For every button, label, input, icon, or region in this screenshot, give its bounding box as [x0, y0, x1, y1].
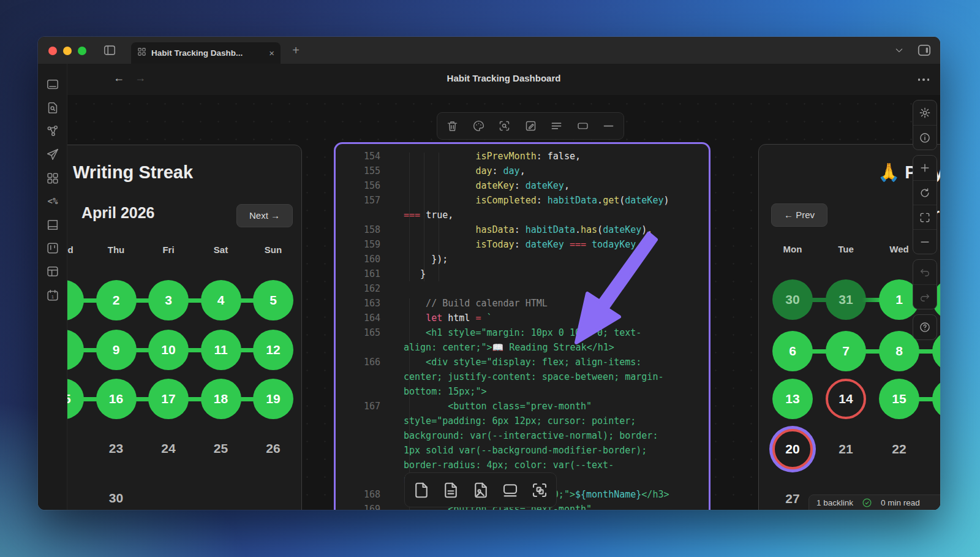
calendar-day[interactable]: 3 [148, 280, 189, 320]
kanban-icon[interactable] [46, 241, 59, 255]
more-options-icon[interactable] [918, 78, 930, 81]
zoom-controls-group [913, 155, 937, 254]
layout-icon[interactable] [46, 265, 59, 278]
close-window-button[interactable] [48, 47, 57, 55]
code-line: 1px solid var(--background-modifier-bord… [336, 443, 709, 458]
canvas[interactable]: Writing Streak April 2026 Next → WedThuF… [67, 95, 940, 510]
tab-close-icon[interactable]: × [269, 48, 274, 58]
reset-view-button[interactable] [913, 180, 937, 205]
new-file-icon[interactable] [412, 481, 431, 499]
info-button[interactable] [913, 125, 937, 150]
calendar-day[interactable]: 6 [772, 331, 813, 371]
calendar-icon[interactable]: 1 [46, 289, 59, 302]
calendar-day[interactable]: 8 [67, 330, 84, 370]
calendar-day[interactable]: 5 [253, 280, 293, 320]
code-line: style="padding: 6px 12px; cursor: pointe… [336, 414, 709, 428]
titlebar: Habit Tracking Dashb... × + [38, 37, 940, 64]
book-icon[interactable] [46, 218, 59, 232]
status-bar: 1 backlink 0 min read [809, 494, 940, 510]
calendar-day[interactable]: 10 [148, 330, 189, 370]
calendar-day[interactable]: 2 [96, 280, 137, 320]
create-toolbar [404, 472, 557, 507]
tab-list-chevron-icon[interactable] [894, 45, 904, 58]
settings-button[interactable] [913, 100, 937, 125]
minimize-window-button[interactable] [63, 47, 72, 55]
dashboard-icon[interactable] [46, 172, 59, 185]
code-line: 163 // Build calendar HTML [336, 296, 709, 311]
code-editor-card[interactable]: 154 isPrevMonth: false,155 day: day,156 … [334, 142, 710, 510]
new-group-icon[interactable] [530, 481, 549, 499]
day-header: Fri [148, 244, 189, 255]
paper-plane-icon[interactable] [46, 148, 59, 161]
app-window: Habit Tracking Dashb... × + ← → Habit Tr… [38, 37, 940, 510]
backlink-count[interactable]: 1 backlink [816, 498, 853, 507]
rectangle-icon[interactable] [576, 119, 589, 132]
code-line: 166 <div style="display: flex; align-ite… [336, 355, 709, 369]
templater-icon[interactable]: <% [46, 194, 59, 208]
toggle-left-sidebar-icon[interactable] [103, 44, 116, 59]
calendar-day[interactable]: 14 [826, 379, 866, 419]
calendar-day[interactable]: 19 [253, 379, 293, 419]
toggle-right-sidebar-icon[interactable] [916, 42, 932, 61]
canvas-tab-icon [137, 47, 146, 59]
code-line: 154 isPrevMonth: false, [336, 149, 709, 164]
calendar-day[interactable]: 31 [826, 279, 866, 320]
code-line: 159 isToday: dateKey === todayKey [336, 237, 709, 252]
palette-icon[interactable] [472, 119, 485, 132]
calendar-day[interactable]: 15 [67, 379, 84, 419]
read-time[interactable]: 0 min read [881, 498, 920, 507]
day-header: Mon [772, 244, 813, 254]
new-note-icon[interactable] [442, 481, 460, 499]
calendar-day: 23 [96, 428, 137, 469]
check-circle-icon [862, 498, 872, 508]
calendar-day[interactable]: 17 [148, 379, 189, 419]
redo-button[interactable] [913, 284, 937, 309]
left-ribbon: <% 1 [38, 64, 67, 510]
code-line: === true, [336, 208, 709, 222]
help-button[interactable] [913, 315, 937, 339]
code-line: align: center;">📖 Reading Streak</h1> [336, 340, 709, 355]
calendar-day[interactable]: 13 [772, 379, 813, 419]
zoom-out-button[interactable] [913, 229, 937, 254]
zoom-window-button[interactable] [78, 47, 86, 55]
calendar-day[interactable]: 9 [96, 330, 137, 370]
calendar-day[interactable]: 4 [201, 280, 241, 320]
calendar-day[interactable]: 18 [201, 379, 241, 419]
edit-icon[interactable] [524, 119, 537, 132]
calendar-day[interactable]: 16 [932, 379, 940, 419]
file-search-icon[interactable] [46, 101, 59, 115]
calendar-day[interactable]: 30 [772, 279, 813, 320]
page-title: Habit Tracking Dashboard [67, 73, 940, 83]
code-lines: 154 isPrevMonth: false,155 day: day,156 … [336, 149, 709, 510]
calendar-day: 25 [201, 428, 241, 469]
writing-streak-card[interactable]: Writing Streak April 2026 Next → WedThuF… [67, 145, 302, 510]
calendar-day[interactable]: 1 [67, 280, 84, 320]
calendar-day[interactable]: 16 [96, 379, 137, 419]
undo-button[interactable] [913, 260, 937, 284]
graph-icon[interactable] [46, 124, 59, 138]
desktop-background: Habit Tracking Dashb... × + ← → Habit Tr… [0, 0, 980, 557]
fit-view-button[interactable] [913, 205, 937, 229]
code-line: 167 <button class="prev-month" [336, 399, 709, 414]
zoom-in-button[interactable] [913, 156, 937, 180]
line-icon[interactable] [602, 119, 615, 132]
calendar-day[interactable]: 20 [772, 429, 813, 469]
calendar-day: 21 [826, 429, 866, 469]
calendar-day[interactable]: 15 [879, 379, 919, 419]
panel-icon[interactable] [46, 78, 59, 91]
code-line: border-radius: 4px; color: var(--text- [336, 458, 709, 472]
help-group [913, 314, 937, 340]
tab-habit-tracking-dashboard[interactable]: Habit Tracking Dashb... × [131, 42, 281, 64]
trash-icon[interactable] [446, 119, 459, 132]
calendar-day[interactable]: 7 [826, 331, 866, 371]
new-media-icon[interactable] [472, 481, 490, 499]
calendar-day: 24 [148, 428, 189, 469]
new-tab-button[interactable]: + [288, 43, 304, 59]
zoom-to-selection-icon[interactable] [498, 119, 511, 132]
calendar-day[interactable]: 12 [253, 330, 293, 370]
calendar-day: 30 [96, 478, 137, 510]
new-card-icon[interactable] [501, 481, 519, 499]
calendar-day[interactable]: 11 [201, 330, 241, 370]
align-icon[interactable] [550, 119, 563, 132]
history-group [913, 259, 937, 309]
